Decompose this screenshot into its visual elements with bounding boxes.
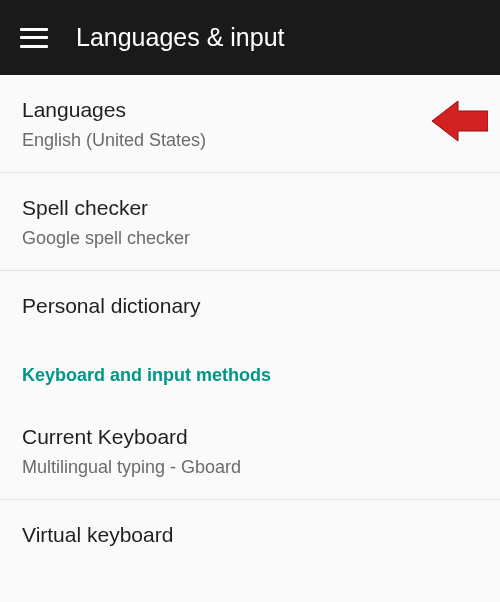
menu-icon[interactable] (20, 28, 48, 48)
virtual-keyboard-item[interactable]: Virtual keyboard (0, 500, 500, 568)
virtual-keyboard-title: Virtual keyboard (22, 522, 478, 548)
languages-item[interactable]: Languages English (United States) (0, 75, 500, 173)
languages-subtitle: English (United States) (22, 129, 478, 152)
section-header-keyboard: Keyboard and input methods (0, 339, 500, 402)
personal-dictionary-item[interactable]: Personal dictionary (0, 271, 500, 339)
languages-title: Languages (22, 97, 478, 123)
spell-checker-title: Spell checker (22, 195, 478, 221)
current-keyboard-item[interactable]: Current Keyboard Multilingual typing - G… (0, 402, 500, 500)
current-keyboard-subtitle: Multilingual typing - Gboard (22, 456, 478, 479)
current-keyboard-title: Current Keyboard (22, 424, 478, 450)
personal-dictionary-title: Personal dictionary (22, 293, 478, 319)
spell-checker-item[interactable]: Spell checker Google spell checker (0, 173, 500, 271)
spell-checker-subtitle: Google spell checker (22, 227, 478, 250)
app-bar: Languages & input (0, 0, 500, 75)
settings-list: Languages English (United States) Spell … (0, 75, 500, 568)
page-title: Languages & input (76, 23, 285, 52)
